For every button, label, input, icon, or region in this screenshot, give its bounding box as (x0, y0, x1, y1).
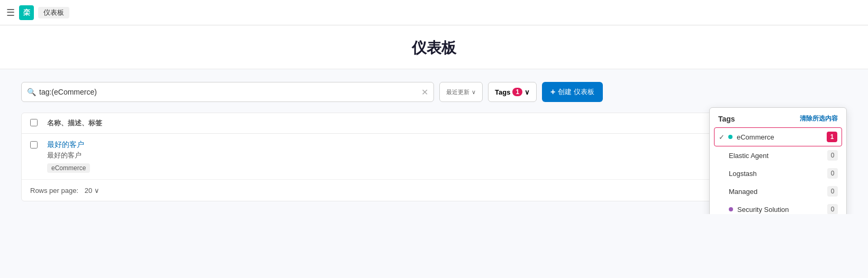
search-input[interactable] (39, 88, 419, 96)
tags-dropdown-title: Tags (718, 115, 735, 123)
tag-name-label: Elastic Agent (729, 152, 827, 160)
tag-count-badge: 0 (827, 168, 838, 179)
search-icon: 🔍 (27, 88, 36, 96)
create-plus-icon: + (550, 87, 555, 97)
tag-count-badge: 0 (827, 150, 838, 161)
dashboard-title-link[interactable]: 最好的客户 (47, 140, 806, 150)
dashboard-subtitle: 最好的客户 (47, 151, 806, 160)
tag-dot-icon (728, 135, 733, 139)
rows-per-page-select[interactable]: Rows per page: 20 ∨ (30, 187, 100, 194)
tag-item-elastic-agent[interactable]: Elastic Agent 0 (710, 146, 846, 164)
create-dashboard-button[interactable]: + 创建 仪表板 (542, 82, 603, 102)
tags-label: Tags (495, 88, 510, 96)
rows-per-page-arrow-icon: ∨ (94, 187, 100, 194)
tags-dropdown-panel: Tags 清除所选内容 ✓ eCommerce 1 Elastic Agent … (709, 107, 847, 214)
tag-item-managed[interactable]: Managed 0 (710, 182, 846, 200)
tag-name-label: Managed (729, 188, 827, 196)
tag-count-badge: 1 (827, 132, 837, 142)
sort-arrow-icon: ∨ (472, 89, 476, 96)
toolbar: 🔍 ✕ 最近更新 ∨ Tags 1 ∨ + 创建 仪表板 (21, 82, 847, 102)
rows-per-page-value: 20 (85, 187, 92, 194)
tag-name-label: eCommerce (737, 133, 827, 141)
header-checkbox-cell (30, 119, 47, 128)
search-clear-icon[interactable]: ✕ (421, 87, 428, 97)
sort-button[interactable]: 最近更新 ∨ (439, 82, 483, 102)
tag-check-icon: ✓ (719, 133, 728, 141)
tags-dropdown-header: Tags 清除所选内容 (710, 108, 846, 127)
tag-count-badge: 0 (827, 204, 838, 214)
tags-dropdown-arrow-icon: ∨ (525, 88, 530, 96)
menu-icon[interactable]: ☰ (6, 7, 15, 18)
main-content: 🔍 ✕ 最近更新 ∨ Tags 1 ∨ + 创建 仪表板 名称、描述、标签 操作 (0, 69, 868, 214)
tag-item-ecommerce[interactable]: ✓ eCommerce 1 (714, 127, 842, 146)
column-name-header: 名称、描述、标签 (47, 118, 102, 128)
row-checkbox[interactable] (30, 141, 38, 149)
topbar: ☰ 栾 仪表板 (0, 0, 868, 25)
page-title: 仪表板 (0, 38, 868, 58)
tag-item-logstash[interactable]: Logstash 0 (710, 164, 846, 182)
tags-filter-button[interactable]: Tags 1 ∨ (488, 82, 537, 102)
rows-per-page-label: Rows per page: (30, 187, 78, 194)
sort-label: 最近更新 (446, 88, 469, 96)
row-checkbox-cell (30, 141, 47, 150)
dashboard-tag: eCommerce (47, 163, 90, 173)
tag-item-security-solution[interactable]: Security Solution 0 (710, 200, 846, 214)
row-content: 最好的客户 最好的客户 eCommerce (47, 140, 806, 173)
clear-tags-button[interactable]: 清除所选内容 (800, 114, 838, 123)
tag-name-label: Logstash (729, 170, 827, 178)
tags-count-badge: 1 (512, 88, 522, 96)
select-all-checkbox[interactable] (30, 119, 38, 126)
tag-dot-icon (729, 207, 733, 211)
avatar: 栾 (19, 5, 34, 20)
search-box: 🔍 ✕ (21, 82, 434, 102)
breadcrumb[interactable]: 仪表板 (38, 7, 69, 18)
page-header: 仪表板 (0, 25, 868, 69)
tag-name-label: Security Solution (737, 206, 827, 214)
tag-count-badge: 0 (827, 186, 838, 197)
create-label: 创建 仪表板 (558, 87, 594, 97)
